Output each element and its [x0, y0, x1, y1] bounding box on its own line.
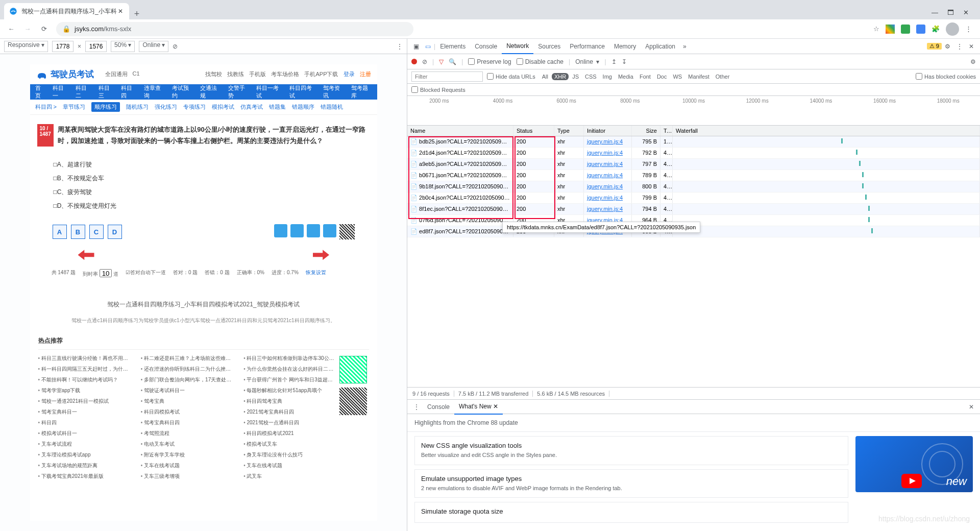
warning-badge[interactable]: ⚠ 9 [927, 43, 942, 50]
filter-type-css[interactable]: CSS [582, 73, 599, 80]
hot-link[interactable]: 驾考宝典 [141, 397, 234, 405]
inspect-icon[interactable]: ▣ [410, 43, 422, 50]
nav-item[interactable]: 科目四考试 [289, 84, 315, 100]
network-settings-icon[interactable]: ⚙ [970, 58, 976, 65]
nav-item[interactable]: 考试预约 [172, 84, 193, 100]
profile-avatar[interactable] [946, 22, 959, 36]
window-close-button[interactable]: ✕ [963, 9, 969, 16]
window-minimize-button[interactable]: — [932, 9, 938, 16]
choice-button-c[interactable]: C [89, 225, 104, 239]
hot-link[interactable]: 科目四驾考宝典 [243, 397, 337, 405]
comment-icon[interactable] [323, 224, 336, 237]
filter-toggle-icon[interactable]: ▽ [439, 58, 444, 65]
request-row[interactable]: 📄 2b0c4.json?CALL=?20210205090935.json20… [407, 192, 980, 204]
filter-input[interactable] [411, 71, 483, 82]
hot-link[interactable]: 科二难还是科三难？上考场前这些难点要了解清… [141, 354, 234, 363]
blocked-cookies-checkbox[interactable]: Has blocked cookies [916, 73, 976, 80]
rotate-icon[interactable]: ⊘ [173, 43, 178, 50]
subnav-item[interactable]: 错题集 [269, 103, 286, 111]
devtools-tab-performance[interactable]: Performance [565, 39, 609, 54]
upload-icon[interactable]: ↥ [611, 58, 617, 65]
nav-item[interactable]: 交通法规 [200, 84, 221, 100]
header-small-link[interactable]: 考车场价格 [271, 70, 299, 78]
column-header[interactable]: Name [407, 126, 513, 136]
hot-link[interactable]: 科目四模拟考试2021 [243, 429, 337, 438]
bookmark-icon[interactable]: ☆ [873, 25, 879, 33]
hot-link[interactable]: 考驾照流程 [141, 429, 234, 438]
devtools-close-icon[interactable]: ✕ [966, 43, 977, 50]
header-small-link[interactable]: 手机APP下载 [304, 70, 338, 78]
hot-link[interactable]: 电动叉车考试 [141, 440, 234, 448]
nav-item[interactable]: 科目三 [99, 84, 114, 100]
subnav-item[interactable]: 顺序练习 [91, 102, 120, 112]
header-link[interactable]: C1 [133, 70, 140, 78]
hot-link[interactable]: 叉车考试场地的规范距离 [38, 461, 132, 470]
hot-link[interactable]: 科目三中如何精准做到靠边停车30公分？ [243, 354, 337, 363]
clear-icon[interactable]: ⊘ [422, 58, 427, 65]
drawer-menu-icon[interactable]: ⋮ [410, 403, 423, 411]
hot-link[interactable]: 驾驶证考试科目一 [141, 386, 234, 395]
nav-item[interactable]: 科目一考试 [256, 84, 282, 100]
hot-link[interactable]: 模拟考试叉车 [243, 440, 337, 448]
reload-button[interactable]: ⟳ [37, 22, 51, 36]
filter-type-img[interactable]: Img [600, 73, 615, 80]
timeline-overview[interactable]: 2000 ms4000 ms6000 ms8000 ms10000 ms1200… [407, 96, 980, 126]
column-header[interactable]: T... [660, 126, 673, 136]
choice-button-a[interactable]: A [53, 225, 67, 239]
request-row[interactable]: 📄 b0671.json?CALL=?20210205090935.json20… [407, 170, 980, 181]
whats-new-card[interactable]: Emulate unsupported image types2 new emu… [414, 469, 848, 498]
hot-link[interactable]: 叉车在线考试题 [243, 461, 337, 470]
nav-item[interactable]: 首页 [35, 84, 46, 100]
hot-link[interactable]: 驾校一通道2021科目一模拟试 [38, 397, 132, 405]
subnav-item[interactable]: 错题顺序 [292, 103, 314, 111]
answer-option[interactable]: □A、超速行驶 [54, 158, 370, 172]
hot-link[interactable]: 平台获得广州首个 网约车和日3益超过7212笔元… [243, 375, 337, 384]
hot-link[interactable]: 驾考学室app下载 [38, 386, 132, 395]
column-header[interactable]: Waterfall [673, 126, 980, 136]
hot-link[interactable]: 驾考宝典科目四 [141, 418, 234, 427]
next-arrow[interactable] [313, 250, 329, 260]
devtools-menu-icon[interactable]: ⋮ [953, 43, 966, 50]
choice-button-d[interactable]: D [108, 225, 122, 239]
whats-new-card[interactable]: New CSS angle visualization toolsBetter … [414, 436, 848, 465]
column-header[interactable]: Status [513, 126, 554, 136]
filter-type-media[interactable]: Media [616, 73, 636, 80]
settings-icon[interactable]: ⚙ [942, 43, 953, 50]
devtools-tab-application[interactable]: Application [641, 39, 680, 54]
column-header[interactable]: Initiator [584, 126, 632, 136]
filter-type-manifest[interactable]: Manifest [685, 73, 712, 80]
request-row[interactable]: 📄 2d1d4.json?CALL=?20210205090935.json20… [407, 148, 980, 159]
hot-link[interactable]: 叉车理论模拟考试app [38, 450, 132, 459]
hot-link[interactable]: 多部门联合整治向网约车，17天查处违规5988起… [141, 375, 234, 384]
record-icon[interactable] [411, 59, 417, 64]
filter-type-xhr[interactable]: XHR [552, 73, 569, 80]
devtools-tab-elements[interactable]: Elements [435, 39, 470, 54]
device-toggle-icon[interactable]: ▭ [422, 43, 434, 50]
login-link[interactable]: 登录 [344, 70, 355, 78]
hot-link[interactable]: 附近有学叉车学校 [141, 450, 234, 459]
hot-link[interactable]: 2021驾考宝典科目四 [243, 407, 337, 416]
request-row[interactable]: 📄 a9eb5.json?CALL=?20210205090935.json20… [407, 159, 980, 170]
devtools-tab-network[interactable]: Network [502, 39, 533, 54]
reset-link[interactable]: 恢复设置 [306, 269, 326, 278]
blocked-requests-checkbox[interactable] [411, 86, 418, 93]
hot-link[interactable]: 下载考驾宝典2021年最新版 [38, 472, 132, 480]
download-icon[interactable]: ↧ [622, 58, 627, 65]
subnav-item[interactable]: 随机练习 [126, 103, 149, 111]
more-tabs-icon[interactable]: » [680, 43, 690, 50]
hot-link[interactable]: 为什么你觉然会挂在这么好的科目二直角转弯上？ [243, 365, 337, 373]
nav-item[interactable]: 违章查询 [144, 84, 165, 100]
nav-item[interactable]: 科目二 [76, 84, 91, 100]
filter-type-all[interactable]: All [540, 73, 551, 80]
nav-item[interactable]: 驾考资讯 [323, 84, 344, 100]
back-button[interactable]: ← [4, 22, 18, 36]
hot-link[interactable]: 每题秒解相比化针对51app具哦个 [243, 386, 337, 395]
site-logo[interactable]: 驾驶员考试 [36, 68, 94, 80]
nav-item[interactable]: 驾考题库 [351, 84, 372, 100]
nav-item[interactable]: 科目一 [53, 84, 68, 100]
subnav-item[interactable]: 章节练习 [63, 103, 85, 111]
prev-arrow[interactable] [78, 250, 94, 260]
hot-link[interactable]: 模拟考试科目一 [38, 429, 132, 438]
note-icon[interactable] [307, 224, 320, 237]
nav-item[interactable]: 科目四 [121, 84, 137, 100]
